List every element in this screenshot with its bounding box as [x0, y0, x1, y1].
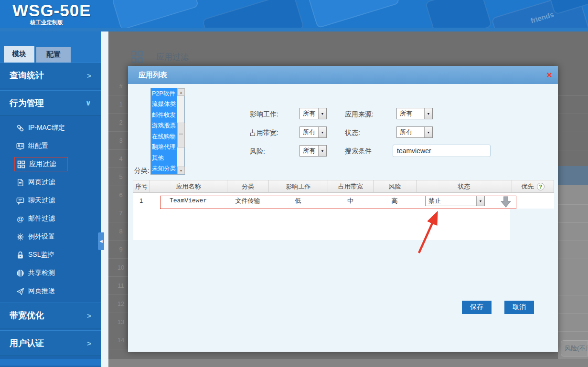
row-status-select[interactable]: 禁止 ▼ — [425, 196, 485, 206]
category-listbox[interactable]: P2P软件 流媒体类 邮件收发 游戏股票 在线购物 翻墙代理 其他 未知分类 ▲… — [150, 88, 185, 175]
sidebar-tabs: 模块 配置 — [0, 31, 101, 63]
search-input[interactable] — [393, 145, 491, 157]
sidebar-item-app-filter[interactable]: 应用过滤 — [0, 155, 101, 173]
sidebar-item-chat-filter[interactable]: 聊天过滤 — [0, 191, 101, 210]
col-header-index: 序号 — [133, 180, 150, 192]
table-row: 1 TeamViewer 文件传输 低 中 高 — [133, 193, 554, 209]
table-header-row: 序号 应用名称 分类 影响工作 占用带宽 风险 状态 优先 ? — [133, 180, 554, 193]
chevron-down-icon[interactable]: ▼ — [318, 146, 326, 156]
app-screen: friends WSG-50E 核工业定制版 模块 配置 查询统计 > 行为管理… — [0, 0, 588, 367]
cell-bandwidth: 中 — [328, 197, 373, 205]
globe-icon — [16, 269, 24, 277]
bg-page-title: 应用过滤 — [156, 52, 189, 63]
chevron-down-icon[interactable]: ▼ — [318, 127, 326, 137]
scroll-up-icon[interactable]: ▲ — [177, 88, 185, 96]
risk-select[interactable]: 所有 ▼ — [299, 145, 327, 157]
sidebar-gutter — [101, 31, 108, 367]
select-value: 禁止 — [426, 197, 476, 205]
bg-bottom-strip — [108, 359, 588, 367]
tab-config[interactable]: 配置 — [36, 47, 71, 63]
source-select[interactable]: 所有 ▼ — [396, 108, 433, 119]
sidebar-item-label: IP-MAC绑定 — [28, 124, 65, 132]
impact-select[interactable]: 所有 ▼ — [299, 108, 327, 119]
chevron-down-icon[interactable]: ▼ — [424, 108, 432, 119]
app-list-dialog: 应用列表 × P2P软件 流媒体类 邮件收发 游戏股票 在线购物 翻墙代理 其他… — [128, 66, 558, 352]
category-option[interactable]: 邮件收发 — [151, 110, 177, 121]
cell-risk: 高 — [373, 197, 416, 205]
chat-icon — [16, 197, 24, 205]
scroll-down-icon[interactable]: ▼ — [177, 167, 185, 174]
keyboard-key-decor — [307, 0, 400, 28]
keyboard-key-decor — [111, 0, 199, 28]
sidebar-item-share-detect[interactable]: 共享检测 — [0, 264, 101, 282]
sidebar-item-list: IP-MAC绑定 组配置 应用过滤 — [0, 116, 101, 300]
help-icon[interactable]: ? — [537, 183, 545, 190]
top-banner: friends WSG-50E 核工业定制版 — [0, 0, 588, 28]
sidebar-item-group-config[interactable]: 组配置 — [0, 137, 101, 155]
dialog-title: 应用列表 — [128, 66, 558, 84]
chevron-down-icon: ∨ — [86, 99, 91, 107]
cell-index: 1 — [133, 197, 150, 204]
category-option[interactable]: 翻墙代理 — [151, 142, 177, 153]
col-header-priority: 优先 ? — [512, 180, 554, 192]
sidebar-group-label: 用户认证 — [10, 337, 44, 349]
sidebar-item-ip-mac-binding[interactable]: IP-MAC绑定 — [0, 119, 101, 137]
bg-line — [558, 241, 588, 241]
category-option[interactable]: 未知分类 — [151, 164, 177, 175]
chevron-down-icon[interactable]: ▼ — [476, 196, 484, 206]
group-icon — [16, 142, 24, 150]
sidebar-group-bandwidth[interactable]: 带宽优化 > — [0, 303, 101, 328]
table-body-empty-area — [133, 209, 510, 240]
listbox-scrollbar[interactable]: ▲ ▼ — [177, 88, 184, 174]
bg-lower-panel — [558, 185, 588, 367]
sidebar-item-label: 网页过滤 — [28, 178, 55, 187]
tab-modules[interactable]: 模块 — [4, 46, 34, 63]
sidebar-item-web-filter[interactable]: 网页过滤 — [0, 173, 101, 191]
sidebar-group-query-stats[interactable]: 查询统计 > — [0, 63, 101, 88]
filter-label-status: 状态: — [345, 129, 360, 137]
sidebar-collapse-handle[interactable]: ◀ — [98, 232, 104, 250]
category-option[interactable]: 其他 — [151, 153, 177, 164]
col-header-impact: 影响工作 — [269, 180, 328, 192]
cell-category: 文件传输 — [227, 197, 268, 205]
sidebar-group-label: 行为管理 — [10, 97, 44, 109]
close-icon[interactable]: × — [546, 69, 552, 81]
bg-line — [558, 331, 588, 332]
status-filter-select[interactable]: 所有 ▼ — [396, 126, 433, 138]
category-option[interactable]: 游戏股票 — [151, 121, 177, 132]
bandwidth-select[interactable]: 所有 ▼ — [299, 126, 327, 138]
chevron-right-icon: > — [87, 72, 91, 80]
sidebar-item-ssl-monitor[interactable]: SSL监控 — [0, 246, 101, 264]
sidebar-item-label: 共享检测 — [28, 269, 55, 277]
chevron-down-icon[interactable]: ▼ — [318, 108, 326, 119]
scrollbar-thumb[interactable] — [177, 123, 185, 147]
filter-label-bandwidth: 占用带宽: — [250, 129, 278, 137]
filter-label-risk: 风险: — [250, 147, 265, 156]
priority-down-arrow-icon[interactable] — [501, 196, 511, 208]
sidebar-item-label: SSL监控 — [28, 251, 54, 259]
send-icon — [16, 287, 24, 295]
filter-label-impact: 影响工作: — [250, 110, 278, 119]
col-header-bandwidth: 占用带宽 — [328, 180, 374, 192]
sidebar-group-user-auth[interactable]: 用户认证 > — [0, 330, 101, 356]
category-option[interactable]: P2P软件 — [151, 88, 177, 99]
category-option[interactable]: 在线购物 — [151, 131, 177, 142]
sidebar-group-label: 带宽优化 — [10, 310, 44, 321]
chevron-down-icon[interactable]: ▼ — [424, 127, 432, 137]
select-value: 所有 — [300, 128, 318, 136]
sidebar-item-mail-filter[interactable]: @ 邮件过滤 — [0, 210, 101, 228]
keyboard-key-decor — [425, 0, 492, 28]
gear-icon — [16, 233, 24, 241]
bg-line — [558, 259, 588, 259]
sidebar-group-behavior-mgmt[interactable]: 行为管理 ∨ — [0, 90, 101, 116]
sidebar-item-exception-settings[interactable]: 例外设置 — [0, 228, 101, 246]
cancel-button[interactable]: 取消 — [504, 301, 534, 314]
sidebar-item-web-push[interactable]: 网页推送 — [0, 282, 101, 300]
page-icon — [16, 178, 24, 187]
category-option[interactable]: 流媒体类 — [151, 99, 177, 110]
select-value: 所有 — [300, 109, 318, 118]
product-logo: WSG-50E — [12, 1, 91, 20]
bg-line — [558, 295, 588, 295]
cell-impact: 低 — [268, 197, 328, 205]
save-button[interactable]: 保存 — [462, 301, 492, 314]
